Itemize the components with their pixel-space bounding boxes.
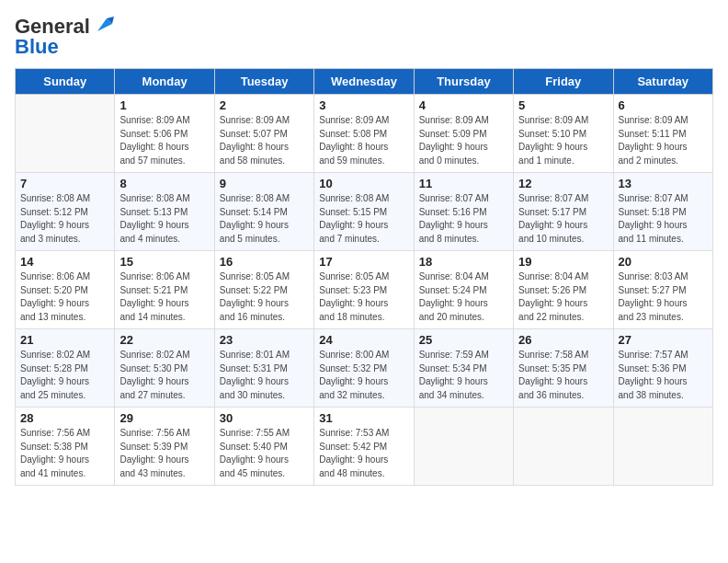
day-number: 23 bbox=[220, 333, 309, 347]
logo: General Blue bbox=[15, 15, 114, 59]
calendar-cell: 14Sunrise: 8:06 AMSunset: 5:20 PMDayligh… bbox=[16, 251, 115, 329]
day-detail: Sunrise: 7:56 AMSunset: 5:38 PMDaylight:… bbox=[20, 427, 109, 480]
calendar-cell bbox=[514, 408, 613, 486]
day-header-friday: Friday bbox=[514, 69, 613, 95]
day-number: 1 bbox=[119, 98, 209, 112]
calendar-cell: 7Sunrise: 8:08 AMSunset: 5:12 PMDaylight… bbox=[16, 173, 115, 251]
day-detail: Sunrise: 8:09 AMSunset: 5:06 PMDaylight:… bbox=[119, 114, 209, 167]
day-detail: Sunrise: 8:04 AMSunset: 5:26 PMDaylight:… bbox=[518, 270, 608, 324]
calendar-cell: 9Sunrise: 8:08 AMSunset: 5:14 PMDaylight… bbox=[214, 173, 313, 251]
day-number: 7 bbox=[20, 177, 109, 190]
day-number: 11 bbox=[419, 177, 508, 190]
day-number: 4 bbox=[419, 98, 508, 112]
calendar-cell bbox=[16, 95, 115, 173]
day-detail: Sunrise: 8:08 AMSunset: 5:12 PMDaylight:… bbox=[20, 192, 109, 246]
week-row-5: 28Sunrise: 7:56 AMSunset: 5:38 PMDayligh… bbox=[16, 408, 713, 486]
day-detail: Sunrise: 8:07 AMSunset: 5:17 PMDaylight:… bbox=[518, 192, 608, 246]
day-detail: Sunrise: 8:09 AMSunset: 5:07 PMDaylight:… bbox=[220, 114, 309, 167]
day-number: 30 bbox=[220, 411, 309, 425]
calendar-cell bbox=[613, 408, 712, 486]
day-detail: Sunrise: 8:09 AMSunset: 5:10 PMDaylight:… bbox=[518, 114, 608, 167]
day-number: 2 bbox=[220, 98, 309, 112]
day-detail: Sunrise: 8:08 AMSunset: 5:13 PMDaylight:… bbox=[119, 192, 209, 246]
day-header-monday: Monday bbox=[115, 69, 214, 95]
calendar-cell: 10Sunrise: 8:08 AMSunset: 5:15 PMDayligh… bbox=[314, 173, 414, 251]
header: General Blue bbox=[15, 15, 713, 59]
calendar-table: SundayMondayTuesdayWednesdayThursdayFrid… bbox=[15, 68, 713, 486]
calendar-cell: 1Sunrise: 8:09 AMSunset: 5:06 PMDaylight… bbox=[115, 95, 214, 173]
day-detail: Sunrise: 7:53 AMSunset: 5:42 PMDaylight:… bbox=[319, 427, 408, 480]
day-detail: Sunrise: 7:57 AMSunset: 5:36 PMDaylight:… bbox=[619, 349, 708, 402]
day-detail: Sunrise: 7:59 AMSunset: 5:34 PMDaylight:… bbox=[419, 349, 508, 402]
day-detail: Sunrise: 8:00 AMSunset: 5:32 PMDaylight:… bbox=[319, 349, 408, 402]
calendar-cell: 30Sunrise: 7:55 AMSunset: 5:40 PMDayligh… bbox=[214, 408, 313, 486]
day-header-saturday: Saturday bbox=[613, 69, 712, 95]
day-number: 19 bbox=[518, 255, 608, 269]
day-number: 5 bbox=[518, 98, 608, 112]
day-number: 6 bbox=[619, 98, 708, 112]
day-number: 14 bbox=[20, 255, 109, 269]
day-header-wednesday: Wednesday bbox=[314, 69, 414, 95]
day-number: 31 bbox=[319, 411, 408, 425]
day-number: 13 bbox=[619, 177, 708, 190]
day-header-thursday: Thursday bbox=[414, 69, 513, 95]
days-header-row: SundayMondayTuesdayWednesdayThursdayFrid… bbox=[16, 69, 713, 95]
logo-bird-icon bbox=[94, 15, 114, 35]
calendar-cell: 28Sunrise: 7:56 AMSunset: 5:38 PMDayligh… bbox=[16, 408, 115, 486]
calendar-cell: 5Sunrise: 8:09 AMSunset: 5:10 PMDaylight… bbox=[514, 95, 613, 173]
day-number: 28 bbox=[20, 411, 109, 425]
day-detail: Sunrise: 8:03 AMSunset: 5:27 PMDaylight:… bbox=[619, 270, 708, 324]
day-detail: Sunrise: 8:07 AMSunset: 5:18 PMDaylight:… bbox=[619, 192, 708, 246]
day-detail: Sunrise: 8:05 AMSunset: 5:23 PMDaylight:… bbox=[319, 270, 408, 324]
day-number: 27 bbox=[619, 333, 708, 347]
calendar-cell: 21Sunrise: 8:02 AMSunset: 5:28 PMDayligh… bbox=[16, 329, 115, 408]
day-detail: Sunrise: 8:02 AMSunset: 5:28 PMDaylight:… bbox=[20, 349, 109, 402]
day-number: 12 bbox=[518, 177, 608, 190]
calendar-cell: 25Sunrise: 7:59 AMSunset: 5:34 PMDayligh… bbox=[414, 329, 513, 408]
calendar-cell: 18Sunrise: 8:04 AMSunset: 5:24 PMDayligh… bbox=[414, 251, 513, 329]
day-number: 17 bbox=[319, 255, 408, 269]
day-number: 20 bbox=[619, 255, 708, 269]
day-header-sunday: Sunday bbox=[16, 69, 115, 95]
day-number: 8 bbox=[119, 177, 209, 190]
calendar-cell: 11Sunrise: 8:07 AMSunset: 5:16 PMDayligh… bbox=[414, 173, 513, 251]
calendar-cell: 31Sunrise: 7:53 AMSunset: 5:42 PMDayligh… bbox=[314, 408, 414, 486]
day-number: 21 bbox=[20, 333, 109, 347]
calendar-cell: 19Sunrise: 8:04 AMSunset: 5:26 PMDayligh… bbox=[514, 251, 613, 329]
calendar-cell: 24Sunrise: 8:00 AMSunset: 5:32 PMDayligh… bbox=[314, 329, 414, 408]
calendar-cell: 20Sunrise: 8:03 AMSunset: 5:27 PMDayligh… bbox=[613, 251, 712, 329]
calendar-cell bbox=[414, 408, 513, 486]
day-detail: Sunrise: 8:09 AMSunset: 5:08 PMDaylight:… bbox=[319, 114, 408, 167]
calendar-cell: 23Sunrise: 8:01 AMSunset: 5:31 PMDayligh… bbox=[214, 329, 313, 408]
day-number: 16 bbox=[220, 255, 309, 269]
day-detail: Sunrise: 8:05 AMSunset: 5:22 PMDaylight:… bbox=[220, 270, 309, 324]
calendar-cell: 22Sunrise: 8:02 AMSunset: 5:30 PMDayligh… bbox=[115, 329, 214, 408]
day-number: 18 bbox=[419, 255, 508, 269]
day-detail: Sunrise: 8:01 AMSunset: 5:31 PMDaylight:… bbox=[220, 349, 309, 402]
day-detail: Sunrise: 8:08 AMSunset: 5:15 PMDaylight:… bbox=[319, 192, 408, 246]
calendar-cell: 6Sunrise: 8:09 AMSunset: 5:11 PMDaylight… bbox=[613, 95, 712, 173]
day-number: 29 bbox=[119, 411, 209, 425]
day-detail: Sunrise: 8:06 AMSunset: 5:21 PMDaylight:… bbox=[119, 270, 209, 324]
day-number: 10 bbox=[319, 177, 408, 190]
week-row-2: 7Sunrise: 8:08 AMSunset: 5:12 PMDaylight… bbox=[16, 173, 713, 251]
calendar-cell: 12Sunrise: 8:07 AMSunset: 5:17 PMDayligh… bbox=[514, 173, 613, 251]
day-detail: Sunrise: 8:09 AMSunset: 5:11 PMDaylight:… bbox=[619, 114, 708, 167]
day-header-tuesday: Tuesday bbox=[214, 69, 313, 95]
day-number: 26 bbox=[518, 333, 608, 347]
week-row-1: 1Sunrise: 8:09 AMSunset: 5:06 PMDaylight… bbox=[16, 95, 713, 173]
week-row-3: 14Sunrise: 8:06 AMSunset: 5:20 PMDayligh… bbox=[16, 251, 713, 329]
calendar-cell: 16Sunrise: 8:05 AMSunset: 5:22 PMDayligh… bbox=[214, 251, 313, 329]
day-number: 22 bbox=[119, 333, 209, 347]
calendar-cell: 2Sunrise: 8:09 AMSunset: 5:07 PMDaylight… bbox=[214, 95, 313, 173]
calendar-cell: 15Sunrise: 8:06 AMSunset: 5:21 PMDayligh… bbox=[115, 251, 214, 329]
day-number: 3 bbox=[319, 98, 408, 112]
calendar-cell: 27Sunrise: 7:57 AMSunset: 5:36 PMDayligh… bbox=[613, 329, 712, 408]
day-number: 24 bbox=[319, 333, 408, 347]
day-detail: Sunrise: 7:58 AMSunset: 5:35 PMDaylight:… bbox=[518, 349, 608, 402]
calendar-cell: 4Sunrise: 8:09 AMSunset: 5:09 PMDaylight… bbox=[414, 95, 513, 173]
day-detail: Sunrise: 8:04 AMSunset: 5:24 PMDaylight:… bbox=[419, 270, 508, 324]
week-row-4: 21Sunrise: 8:02 AMSunset: 5:28 PMDayligh… bbox=[16, 329, 713, 408]
day-detail: Sunrise: 8:06 AMSunset: 5:20 PMDaylight:… bbox=[20, 270, 109, 324]
day-detail: Sunrise: 7:55 AMSunset: 5:40 PMDaylight:… bbox=[220, 427, 309, 480]
